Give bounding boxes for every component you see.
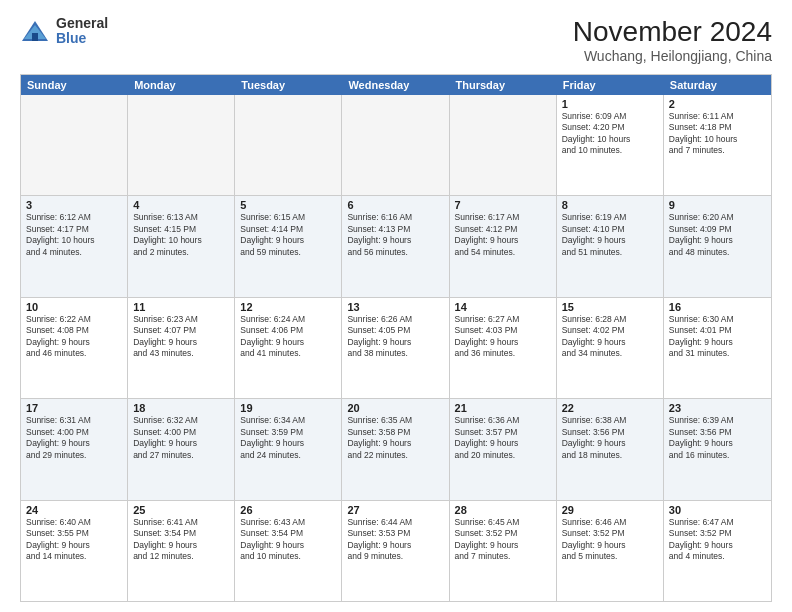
calendar-body: 1Sunrise: 6:09 AM Sunset: 4:20 PM Daylig… bbox=[21, 95, 771, 601]
logo-text: General Blue bbox=[56, 16, 108, 47]
day-cell-9: 9Sunrise: 6:20 AM Sunset: 4:09 PM Daylig… bbox=[664, 196, 771, 296]
day-info: Sunrise: 6:39 AM Sunset: 3:56 PM Dayligh… bbox=[669, 415, 766, 461]
day-number: 25 bbox=[133, 504, 229, 516]
empty-cell bbox=[342, 95, 449, 195]
empty-cell bbox=[21, 95, 128, 195]
logo-general: General bbox=[56, 16, 108, 31]
day-number: 20 bbox=[347, 402, 443, 414]
day-cell-16: 16Sunrise: 6:30 AM Sunset: 4:01 PM Dayli… bbox=[664, 298, 771, 398]
day-number: 21 bbox=[455, 402, 551, 414]
header-day-wednesday: Wednesday bbox=[342, 75, 449, 95]
day-cell-12: 12Sunrise: 6:24 AM Sunset: 4:06 PM Dayli… bbox=[235, 298, 342, 398]
month-title: November 2024 bbox=[573, 16, 772, 48]
day-cell-7: 7Sunrise: 6:17 AM Sunset: 4:12 PM Daylig… bbox=[450, 196, 557, 296]
day-number: 6 bbox=[347, 199, 443, 211]
day-info: Sunrise: 6:22 AM Sunset: 4:08 PM Dayligh… bbox=[26, 314, 122, 360]
day-info: Sunrise: 6:16 AM Sunset: 4:13 PM Dayligh… bbox=[347, 212, 443, 258]
day-number: 29 bbox=[562, 504, 658, 516]
day-cell-21: 21Sunrise: 6:36 AM Sunset: 3:57 PM Dayli… bbox=[450, 399, 557, 499]
day-info: Sunrise: 6:20 AM Sunset: 4:09 PM Dayligh… bbox=[669, 212, 766, 258]
day-cell-30: 30Sunrise: 6:47 AM Sunset: 3:52 PM Dayli… bbox=[664, 501, 771, 601]
calendar-header: SundayMondayTuesdayWednesdayThursdayFrid… bbox=[21, 75, 771, 95]
empty-cell bbox=[235, 95, 342, 195]
day-info: Sunrise: 6:32 AM Sunset: 4:00 PM Dayligh… bbox=[133, 415, 229, 461]
day-number: 30 bbox=[669, 504, 766, 516]
day-number: 15 bbox=[562, 301, 658, 313]
day-number: 27 bbox=[347, 504, 443, 516]
day-info: Sunrise: 6:17 AM Sunset: 4:12 PM Dayligh… bbox=[455, 212, 551, 258]
day-number: 13 bbox=[347, 301, 443, 313]
day-info: Sunrise: 6:12 AM Sunset: 4:17 PM Dayligh… bbox=[26, 212, 122, 258]
day-number: 8 bbox=[562, 199, 658, 211]
day-info: Sunrise: 6:09 AM Sunset: 4:20 PM Dayligh… bbox=[562, 111, 658, 157]
week-row-5: 24Sunrise: 6:40 AM Sunset: 3:55 PM Dayli… bbox=[21, 501, 771, 601]
day-info: Sunrise: 6:31 AM Sunset: 4:00 PM Dayligh… bbox=[26, 415, 122, 461]
day-number: 7 bbox=[455, 199, 551, 211]
day-cell-25: 25Sunrise: 6:41 AM Sunset: 3:54 PM Dayli… bbox=[128, 501, 235, 601]
calendar-container: SundayMondayTuesdayWednesdayThursdayFrid… bbox=[20, 74, 772, 602]
day-cell-10: 10Sunrise: 6:22 AM Sunset: 4:08 PM Dayli… bbox=[21, 298, 128, 398]
header: General Blue November 2024 Wuchang, Heil… bbox=[20, 16, 772, 64]
week-row-2: 3Sunrise: 6:12 AM Sunset: 4:17 PM Daylig… bbox=[21, 196, 771, 297]
day-number: 18 bbox=[133, 402, 229, 414]
header-day-thursday: Thursday bbox=[450, 75, 557, 95]
day-info: Sunrise: 6:41 AM Sunset: 3:54 PM Dayligh… bbox=[133, 517, 229, 563]
day-cell-18: 18Sunrise: 6:32 AM Sunset: 4:00 PM Dayli… bbox=[128, 399, 235, 499]
day-cell-6: 6Sunrise: 6:16 AM Sunset: 4:13 PM Daylig… bbox=[342, 196, 449, 296]
day-cell-19: 19Sunrise: 6:34 AM Sunset: 3:59 PM Dayli… bbox=[235, 399, 342, 499]
day-cell-22: 22Sunrise: 6:38 AM Sunset: 3:56 PM Dayli… bbox=[557, 399, 664, 499]
day-number: 23 bbox=[669, 402, 766, 414]
day-info: Sunrise: 6:24 AM Sunset: 4:06 PM Dayligh… bbox=[240, 314, 336, 360]
day-cell-29: 29Sunrise: 6:46 AM Sunset: 3:52 PM Dayli… bbox=[557, 501, 664, 601]
day-info: Sunrise: 6:27 AM Sunset: 4:03 PM Dayligh… bbox=[455, 314, 551, 360]
day-number: 26 bbox=[240, 504, 336, 516]
empty-cell bbox=[128, 95, 235, 195]
day-info: Sunrise: 6:13 AM Sunset: 4:15 PM Dayligh… bbox=[133, 212, 229, 258]
day-cell-20: 20Sunrise: 6:35 AM Sunset: 3:58 PM Dayli… bbox=[342, 399, 449, 499]
day-number: 9 bbox=[669, 199, 766, 211]
day-info: Sunrise: 6:35 AM Sunset: 3:58 PM Dayligh… bbox=[347, 415, 443, 461]
day-cell-5: 5Sunrise: 6:15 AM Sunset: 4:14 PM Daylig… bbox=[235, 196, 342, 296]
day-cell-11: 11Sunrise: 6:23 AM Sunset: 4:07 PM Dayli… bbox=[128, 298, 235, 398]
location: Wuchang, Heilongjiang, China bbox=[573, 48, 772, 64]
day-info: Sunrise: 6:28 AM Sunset: 4:02 PM Dayligh… bbox=[562, 314, 658, 360]
header-day-monday: Monday bbox=[128, 75, 235, 95]
day-number: 28 bbox=[455, 504, 551, 516]
day-cell-27: 27Sunrise: 6:44 AM Sunset: 3:53 PM Dayli… bbox=[342, 501, 449, 601]
day-info: Sunrise: 6:43 AM Sunset: 3:54 PM Dayligh… bbox=[240, 517, 336, 563]
day-info: Sunrise: 6:47 AM Sunset: 3:52 PM Dayligh… bbox=[669, 517, 766, 563]
day-number: 4 bbox=[133, 199, 229, 211]
day-info: Sunrise: 6:38 AM Sunset: 3:56 PM Dayligh… bbox=[562, 415, 658, 461]
day-cell-17: 17Sunrise: 6:31 AM Sunset: 4:00 PM Dayli… bbox=[21, 399, 128, 499]
day-number: 5 bbox=[240, 199, 336, 211]
day-number: 11 bbox=[133, 301, 229, 313]
day-number: 14 bbox=[455, 301, 551, 313]
day-number: 19 bbox=[240, 402, 336, 414]
day-cell-8: 8Sunrise: 6:19 AM Sunset: 4:10 PM Daylig… bbox=[557, 196, 664, 296]
day-info: Sunrise: 6:19 AM Sunset: 4:10 PM Dayligh… bbox=[562, 212, 658, 258]
logo: General Blue bbox=[20, 16, 108, 47]
day-info: Sunrise: 6:15 AM Sunset: 4:14 PM Dayligh… bbox=[240, 212, 336, 258]
day-info: Sunrise: 6:44 AM Sunset: 3:53 PM Dayligh… bbox=[347, 517, 443, 563]
day-info: Sunrise: 6:36 AM Sunset: 3:57 PM Dayligh… bbox=[455, 415, 551, 461]
day-number: 3 bbox=[26, 199, 122, 211]
day-cell-23: 23Sunrise: 6:39 AM Sunset: 3:56 PM Dayli… bbox=[664, 399, 771, 499]
day-info: Sunrise: 6:45 AM Sunset: 3:52 PM Dayligh… bbox=[455, 517, 551, 563]
calendar: SundayMondayTuesdayWednesdayThursdayFrid… bbox=[21, 75, 771, 601]
svg-rect-2 bbox=[32, 33, 38, 41]
day-cell-26: 26Sunrise: 6:43 AM Sunset: 3:54 PM Dayli… bbox=[235, 501, 342, 601]
day-number: 16 bbox=[669, 301, 766, 313]
day-info: Sunrise: 6:30 AM Sunset: 4:01 PM Dayligh… bbox=[669, 314, 766, 360]
day-info: Sunrise: 6:11 AM Sunset: 4:18 PM Dayligh… bbox=[669, 111, 766, 157]
week-row-1: 1Sunrise: 6:09 AM Sunset: 4:20 PM Daylig… bbox=[21, 95, 771, 196]
day-info: Sunrise: 6:34 AM Sunset: 3:59 PM Dayligh… bbox=[240, 415, 336, 461]
day-number: 1 bbox=[562, 98, 658, 110]
day-info: Sunrise: 6:46 AM Sunset: 3:52 PM Dayligh… bbox=[562, 517, 658, 563]
day-cell-28: 28Sunrise: 6:45 AM Sunset: 3:52 PM Dayli… bbox=[450, 501, 557, 601]
day-number: 10 bbox=[26, 301, 122, 313]
day-info: Sunrise: 6:26 AM Sunset: 4:05 PM Dayligh… bbox=[347, 314, 443, 360]
day-number: 24 bbox=[26, 504, 122, 516]
day-cell-3: 3Sunrise: 6:12 AM Sunset: 4:17 PM Daylig… bbox=[21, 196, 128, 296]
header-day-saturday: Saturday bbox=[664, 75, 771, 95]
day-cell-13: 13Sunrise: 6:26 AM Sunset: 4:05 PM Dayli… bbox=[342, 298, 449, 398]
